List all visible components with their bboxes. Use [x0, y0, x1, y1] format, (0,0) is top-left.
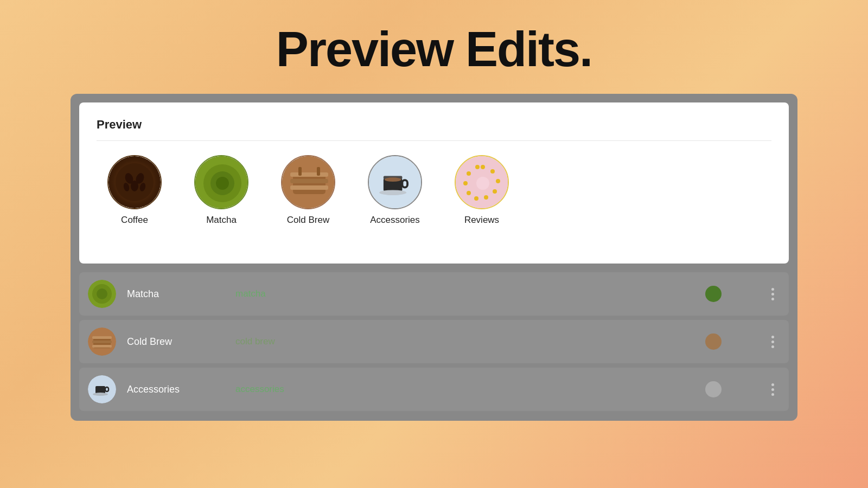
matcha-row-menu[interactable]: [765, 286, 780, 301]
reviews-icon: [456, 156, 508, 208]
main-window: Preview Coffee: [71, 94, 797, 421]
coldbrew-svg: [282, 156, 335, 209]
svg-rect-40: [92, 336, 112, 339]
matcha-row-tag: matcha: [235, 288, 344, 299]
matcha-row-icon: [88, 280, 116, 308]
reviews-label: Reviews: [464, 215, 499, 226]
coldbrew-row-dot: [705, 333, 722, 350]
menu-dot: [771, 298, 774, 300]
svg-rect-16: [317, 167, 320, 176]
matcha-row-dot: [705, 286, 722, 302]
menu-dot: [771, 288, 774, 291]
coffee-icon-wrap: [107, 155, 162, 209]
page-title-area: Preview Edits.: [0, 0, 868, 94]
category-item-coffee[interactable]: Coffee: [107, 155, 162, 226]
matcha-label: Matcha: [206, 215, 237, 226]
accessories-svg: [369, 155, 421, 209]
list-row: Accessories accessories: [79, 368, 789, 411]
svg-point-24: [481, 165, 485, 169]
accessories-row-dot: [705, 381, 722, 397]
list-section: Matcha matcha Cold Brew: [71, 272, 797, 421]
svg-point-34: [476, 177, 489, 190]
svg-point-33: [475, 165, 480, 169]
svg-rect-12: [290, 172, 328, 177]
coffee-label: Coffee: [121, 215, 148, 226]
accessories-label: Accessories: [370, 215, 420, 226]
coldbrew-icon: [282, 156, 334, 208]
svg-rect-44: [95, 386, 105, 394]
coldbrew-row-name: Cold Brew: [127, 336, 235, 348]
menu-dot: [771, 393, 774, 396]
svg-point-29: [474, 196, 478, 201]
svg-rect-13: [290, 179, 328, 183]
menu-dot: [771, 293, 774, 296]
accessories-row-name: Accessories: [127, 384, 235, 395]
page-title: Preview Edits.: [0, 22, 868, 78]
category-row: Coffee Matcha: [97, 150, 771, 231]
coldbrew-row-icon: [88, 328, 116, 356]
category-item-accessories[interactable]: Accessories: [368, 155, 422, 226]
category-item-reviews[interactable]: Reviews: [455, 155, 509, 226]
accessories-icon: [369, 156, 421, 208]
menu-dot: [771, 388, 774, 391]
coldbrew-label: Cold Brew: [287, 215, 329, 226]
menu-dot: [771, 345, 774, 348]
svg-point-46: [93, 393, 108, 396]
category-item-matcha[interactable]: Matcha: [194, 155, 248, 226]
matcha-icon-wrap: [194, 155, 248, 209]
menu-dot: [771, 336, 774, 338]
reviews-icon-wrap: [455, 155, 509, 209]
preview-card-spacer: [97, 231, 771, 253]
accessories-row-tag: accessories: [235, 384, 344, 395]
svg-point-37: [97, 288, 107, 299]
accessories-icon-wrap: [368, 155, 422, 209]
category-item-coldbrew[interactable]: Cold Brew: [281, 155, 335, 226]
preview-card: Preview Coffee: [79, 102, 789, 264]
svg-point-28: [484, 195, 488, 200]
matcha-row-name: Matcha: [127, 288, 235, 300]
svg-point-32: [467, 171, 471, 176]
svg-point-30: [467, 191, 471, 195]
list-row: Cold Brew cold brew: [79, 320, 789, 363]
reviews-svg: [456, 156, 509, 209]
svg-rect-41: [92, 341, 112, 343]
coldbrew-icon-wrap: [281, 155, 335, 209]
svg-rect-42: [92, 345, 112, 348]
coldbrew-row-tag: cold brew: [235, 336, 344, 347]
svg-point-26: [496, 179, 500, 183]
matcha-svg: [195, 156, 248, 209]
svg-point-22: [385, 177, 401, 182]
accessories-row-menu[interactable]: [765, 382, 780, 397]
accessories-row-icon: [88, 375, 116, 403]
svg-point-25: [490, 169, 495, 174]
svg-rect-15: [298, 167, 302, 176]
coffee-icon: [108, 156, 161, 208]
coldbrew-row-menu[interactable]: [765, 334, 780, 349]
preview-card-label: Preview: [97, 118, 771, 141]
svg-point-9: [216, 177, 229, 190]
svg-point-3: [131, 181, 138, 191]
svg-point-31: [463, 181, 468, 185]
menu-dot: [771, 383, 774, 386]
svg-rect-14: [290, 185, 328, 190]
coffee-beans-svg: [116, 163, 154, 201]
matcha-icon: [195, 156, 247, 208]
svg-point-27: [493, 189, 497, 194]
svg-point-21: [379, 190, 406, 195]
list-row: Matcha matcha: [79, 272, 789, 316]
menu-dot: [771, 341, 774, 343]
